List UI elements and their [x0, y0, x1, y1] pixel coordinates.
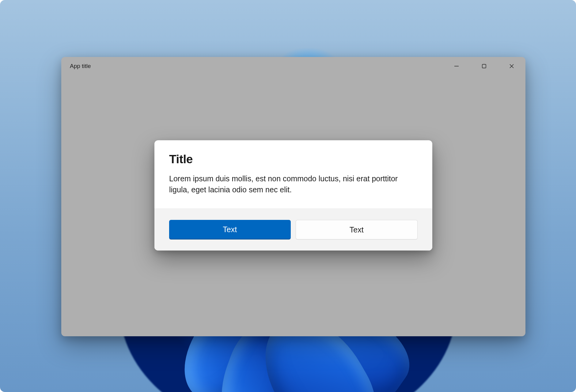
dialog-content-area: Title Lorem ipsum duis mollis, est non c…	[154, 140, 432, 209]
dialog-body-text: Lorem ipsum duis mollis, est non commodo…	[169, 173, 418, 195]
dialog-title: Title	[169, 153, 418, 166]
desktop-wallpaper: App title Title Lorem ipsum duis mollis,…	[0, 0, 576, 392]
dialog-primary-button[interactable]: Text	[169, 220, 291, 239]
dialog-footer: Text Text	[154, 209, 432, 251]
app-window: App title Title Lorem ipsum duis mollis,…	[61, 57, 525, 336]
modal-overlay: Title Lorem ipsum duis mollis, est non c…	[61, 57, 525, 336]
dialog-secondary-button[interactable]: Text	[296, 220, 418, 239]
content-dialog: Title Lorem ipsum duis mollis, est non c…	[154, 140, 432, 251]
